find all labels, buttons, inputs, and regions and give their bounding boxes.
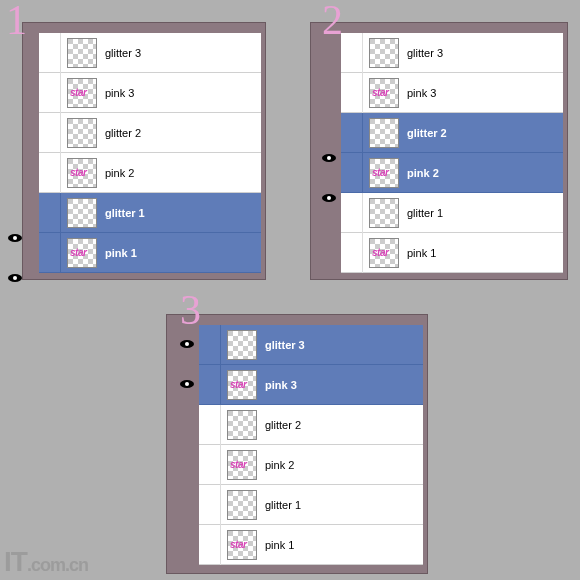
layer-row[interactable]: glitter 1: [39, 193, 261, 233]
layer-name[interactable]: glitter 2: [105, 127, 261, 139]
layer-row[interactable]: glitter 2: [199, 405, 423, 445]
visibility-toggle[interactable]: [199, 525, 221, 565]
layer-row[interactable]: glitter 3: [39, 33, 261, 73]
layer-row[interactable]: glitter 3: [199, 325, 423, 365]
layers-list: glitter 3pink 3glitter 2pink 2glitter 1p…: [39, 33, 261, 273]
layers-list: glitter 3pink 3glitter 2pink 2glitter 1p…: [341, 33, 563, 273]
layer-row[interactable]: pink 2: [199, 445, 423, 485]
layer-thumbnail[interactable]: [369, 238, 399, 268]
visibility-eye-icon[interactable]: [8, 274, 22, 282]
layer-name[interactable]: glitter 1: [265, 499, 423, 511]
visibility-eye-icon[interactable]: [180, 340, 194, 348]
panel-number-3: 3: [180, 286, 201, 334]
layers-panel-2: glitter 3pink 3glitter 2pink 2glitter 1p…: [310, 22, 568, 280]
visibility-toggle[interactable]: [341, 113, 363, 153]
layer-name[interactable]: glitter 1: [407, 207, 563, 219]
layer-thumbnail[interactable]: [369, 118, 399, 148]
visibility-toggle[interactable]: [199, 405, 221, 445]
layer-name[interactable]: pink 3: [105, 87, 261, 99]
panel-number-1: 1: [6, 0, 27, 44]
layer-thumbnail[interactable]: [227, 450, 257, 480]
layers-panel-1: glitter 3pink 3glitter 2pink 2glitter 1p…: [22, 22, 266, 280]
layers-list: glitter 3pink 3glitter 2pink 2glitter 1p…: [199, 325, 423, 565]
visibility-toggle[interactable]: [39, 73, 61, 113]
layer-thumbnail[interactable]: [67, 198, 97, 228]
layer-row[interactable]: glitter 2: [39, 113, 261, 153]
layer-thumbnail[interactable]: [369, 78, 399, 108]
visibility-toggle[interactable]: [199, 445, 221, 485]
layer-name[interactable]: pink 1: [265, 539, 423, 551]
layer-name[interactable]: pink 3: [407, 87, 563, 99]
layer-row[interactable]: glitter 3: [341, 33, 563, 73]
visibility-toggle[interactable]: [341, 193, 363, 233]
layer-name[interactable]: pink 1: [105, 247, 261, 259]
layer-name[interactable]: pink 2: [407, 167, 563, 179]
watermark-text: IT.com.cn: [4, 546, 88, 578]
layer-row[interactable]: pink 3: [39, 73, 261, 113]
layer-thumbnail[interactable]: [67, 118, 97, 148]
layer-row[interactable]: glitter 1: [341, 193, 563, 233]
layer-name[interactable]: glitter 1: [105, 207, 261, 219]
layer-thumbnail[interactable]: [369, 158, 399, 188]
visibility-toggle[interactable]: [341, 153, 363, 193]
layer-name[interactable]: pink 2: [265, 459, 423, 471]
layer-row[interactable]: pink 3: [199, 365, 423, 405]
layer-thumbnail[interactable]: [67, 38, 97, 68]
visibility-toggle[interactable]: [341, 33, 363, 73]
layer-thumbnail[interactable]: [227, 490, 257, 520]
layer-thumbnail[interactable]: [227, 370, 257, 400]
layer-name[interactable]: pink 1: [407, 247, 563, 259]
layer-name[interactable]: pink 3: [265, 379, 423, 391]
layer-thumbnail[interactable]: [67, 78, 97, 108]
visibility-eye-icon[interactable]: [8, 234, 22, 242]
visibility-toggle[interactable]: [39, 33, 61, 73]
layer-thumbnail[interactable]: [227, 410, 257, 440]
visibility-toggle[interactable]: [39, 233, 61, 273]
layer-row[interactable]: glitter 1: [199, 485, 423, 525]
visibility-toggle[interactable]: [39, 153, 61, 193]
layer-thumbnail[interactable]: [369, 198, 399, 228]
layer-row[interactable]: pink 3: [341, 73, 563, 113]
visibility-eye-icon[interactable]: [322, 154, 336, 162]
layer-row[interactable]: pink 1: [199, 525, 423, 565]
layers-panel-3: glitter 3pink 3glitter 2pink 2glitter 1p…: [166, 314, 428, 574]
layer-row[interactable]: pink 1: [341, 233, 563, 273]
layer-thumbnail[interactable]: [67, 238, 97, 268]
visibility-toggle[interactable]: [199, 325, 221, 365]
layer-row[interactable]: pink 2: [39, 153, 261, 193]
visibility-eye-icon[interactable]: [322, 194, 336, 202]
layer-name[interactable]: glitter 3: [407, 47, 563, 59]
layer-name[interactable]: glitter 2: [407, 127, 563, 139]
visibility-toggle[interactable]: [199, 365, 221, 405]
visibility-toggle[interactable]: [39, 113, 61, 153]
layer-name[interactable]: glitter 2: [265, 419, 423, 431]
visibility-toggle[interactable]: [199, 485, 221, 525]
layer-name[interactable]: pink 2: [105, 167, 261, 179]
layer-name[interactable]: glitter 3: [265, 339, 423, 351]
layer-thumbnail[interactable]: [227, 530, 257, 560]
visibility-toggle[interactable]: [341, 73, 363, 113]
layer-thumbnail[interactable]: [67, 158, 97, 188]
visibility-toggle[interactable]: [39, 193, 61, 233]
layer-row[interactable]: glitter 2: [341, 113, 563, 153]
visibility-toggle[interactable]: [341, 233, 363, 273]
layer-thumbnail[interactable]: [227, 330, 257, 360]
layer-name[interactable]: glitter 3: [105, 47, 261, 59]
visibility-eye-icon[interactable]: [180, 380, 194, 388]
layer-thumbnail[interactable]: [369, 38, 399, 68]
layer-row[interactable]: pink 2: [341, 153, 563, 193]
layer-row[interactable]: pink 1: [39, 233, 261, 273]
panel-number-2: 2: [322, 0, 343, 44]
